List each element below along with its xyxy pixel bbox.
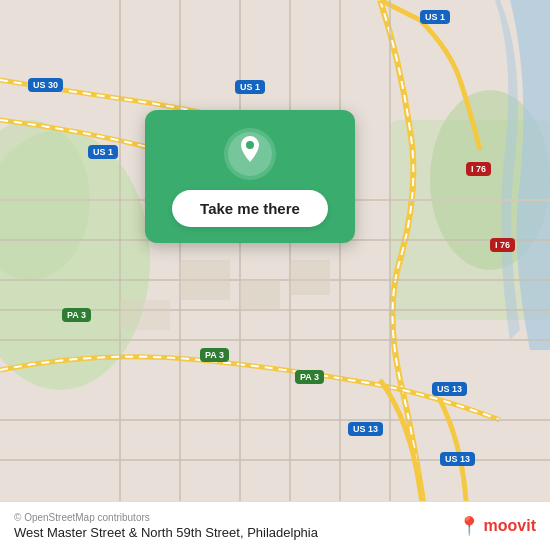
shield-us1-top-right: US 1 <box>420 10 450 24</box>
shield-pa3-left: PA 3 <box>62 308 91 322</box>
svg-rect-19 <box>240 280 280 310</box>
svg-point-24 <box>246 141 254 149</box>
shield-us13-3: US 13 <box>440 452 475 466</box>
map-background <box>0 0 550 550</box>
take-me-there-button[interactable]: Take me there <box>172 190 328 227</box>
bottom-left: © OpenStreetMap contributors West Master… <box>14 512 318 540</box>
attribution-text: © OpenStreetMap contributors <box>14 512 318 523</box>
svg-rect-18 <box>180 260 230 300</box>
svg-rect-20 <box>290 260 330 295</box>
shield-pa3-center: PA 3 <box>200 348 229 362</box>
location-label: West Master Street & North 59th Street, … <box>14 525 318 540</box>
svg-rect-21 <box>120 300 170 330</box>
moovit-logo: 📍 moovit <box>458 515 536 537</box>
moovit-pin-icon: 📍 <box>458 515 480 537</box>
shield-i76-right: I 76 <box>466 162 491 176</box>
shield-us1-center: US 1 <box>235 80 265 94</box>
shield-us13-2: US 13 <box>348 422 383 436</box>
shield-us30: US 30 <box>28 78 63 92</box>
bottom-bar: © OpenStreetMap contributors West Master… <box>0 501 550 550</box>
moovit-wordmark: moovit <box>484 517 536 535</box>
shield-pa3-center2: PA 3 <box>295 370 324 384</box>
shield-us13-1: US 13 <box>432 382 467 396</box>
location-card: Take me there <box>145 110 355 243</box>
map-container: US 1 US 30 US 1 US 1 I 76 I 76 PA 3 PA 3… <box>0 0 550 550</box>
shield-us1-left: US 1 <box>88 145 118 159</box>
shield-i76-right2: I 76 <box>490 238 515 252</box>
location-pin-icon <box>224 128 276 180</box>
